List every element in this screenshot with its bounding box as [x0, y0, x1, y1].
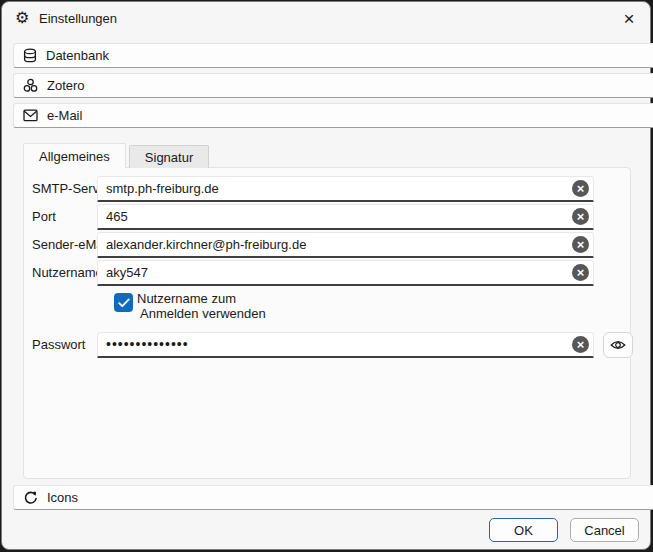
- eye-icon: [610, 339, 626, 351]
- username-field-wrap: ×: [97, 260, 594, 286]
- section-label: e-Mail: [47, 108, 82, 123]
- clear-username-icon[interactable]: ×: [572, 264, 589, 281]
- refresh-icon: [23, 490, 38, 505]
- section-header-datenbank[interactable]: Datenbank: [13, 43, 653, 68]
- section-header-zotero[interactable]: Zotero: [13, 73, 653, 98]
- ok-button[interactable]: OK: [489, 518, 558, 542]
- password-label: Passwort: [32, 337, 85, 352]
- username-input[interactable]: [97, 260, 594, 286]
- password-field-wrap: ×: [97, 332, 594, 358]
- section-header-email[interactable]: e-Mail: [13, 103, 653, 128]
- reveal-password-button[interactable]: [603, 332, 633, 358]
- gear-icon: ⚙: [15, 8, 29, 28]
- cancel-button[interactable]: Cancel: [570, 518, 639, 542]
- titlebar: ⚙ Einstellungen ×: [2, 2, 650, 34]
- checkmark-icon: [118, 298, 130, 308]
- smtp-server-field-wrap: ×: [97, 176, 594, 202]
- checkbox-label-line2: Anmelden verwenden: [140, 306, 266, 321]
- tab-allgemeines[interactable]: Allgemeines: [23, 143, 126, 168]
- email-general-panel: SMTP-Server × Port × Sender-eMail × Nutz…: [23, 167, 631, 479]
- checkbox-label-line1: Nutzername zum: [137, 291, 236, 306]
- settings-dialog: ⚙ Einstellungen × Datenbank: [1, 1, 651, 550]
- use-username-checkbox-label: Nutzername zumAnmelden verwenden: [137, 291, 266, 321]
- clear-sender-icon[interactable]: ×: [572, 236, 589, 253]
- section-label: Zotero: [47, 78, 85, 93]
- zotero-icon: [23, 78, 38, 93]
- screen: ⚙ Einstellungen × Datenbank: [0, 0, 653, 552]
- sender-email-field-wrap: ×: [97, 232, 594, 258]
- clear-smtp-icon[interactable]: ×: [572, 180, 589, 197]
- clear-port-icon[interactable]: ×: [572, 208, 589, 225]
- database-icon: [23, 48, 37, 63]
- smtp-server-input[interactable]: [97, 176, 594, 202]
- port-field-wrap: ×: [97, 204, 594, 230]
- window-title: Einstellungen: [39, 11, 117, 26]
- envelope-icon: [23, 109, 38, 122]
- username-label: Nutzername: [32, 265, 103, 280]
- email-tab-bar: Allgemeines Signatur: [23, 143, 209, 168]
- section-label: Icons: [47, 490, 78, 505]
- password-input[interactable]: [97, 332, 594, 358]
- use-username-checkbox[interactable]: [114, 293, 133, 312]
- tab-signatur[interactable]: Signatur: [129, 145, 209, 168]
- section-label: Datenbank: [46, 48, 109, 63]
- port-label: Port: [32, 209, 56, 224]
- sender-email-input[interactable]: [97, 232, 594, 258]
- section-header-icons[interactable]: Icons: [13, 485, 653, 510]
- close-icon[interactable]: ×: [614, 7, 644, 30]
- clear-password-icon[interactable]: ×: [572, 336, 589, 353]
- port-input[interactable]: [97, 204, 594, 230]
